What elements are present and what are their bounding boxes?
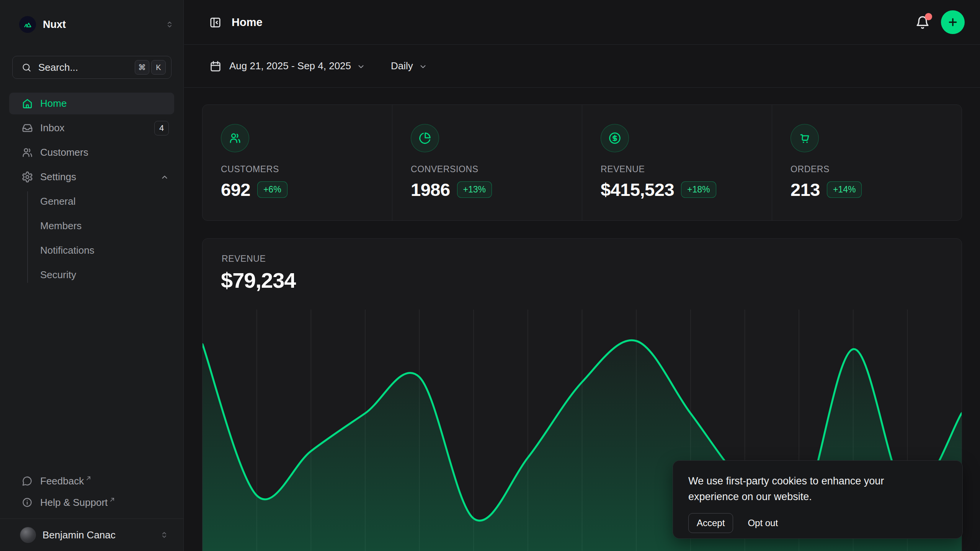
stat-conversions[interactable]: CONVERSIONS 1986 +13% xyxy=(392,105,582,220)
granularity-label: Daily xyxy=(391,60,413,72)
sidebar-item-security[interactable]: Security xyxy=(9,264,174,286)
feedback-label: Feedback xyxy=(40,475,84,487)
sidebar-item-inbox[interactable]: Inbox 4 xyxy=(9,117,174,139)
sidebar-item-label: Security xyxy=(40,269,76,281)
search-placeholder: Search... xyxy=(38,62,133,73)
workspace-switcher[interactable]: Nuxt xyxy=(12,11,174,38)
external-link-icon xyxy=(85,475,91,481)
sidebar-item-general[interactable]: General xyxy=(9,191,174,212)
notifications-button[interactable] xyxy=(915,15,930,30)
sidebar-item-label: Home xyxy=(40,98,169,109)
info-circle-icon xyxy=(21,497,33,508)
stat-label: ORDERS xyxy=(791,164,962,174)
help-support-link[interactable]: Help & Support xyxy=(9,492,174,513)
stat-delta-badge: +18% xyxy=(681,181,716,198)
pie-chart-icon xyxy=(411,124,439,152)
settings-children: General Members Notifications Security xyxy=(9,191,174,286)
sidebar-item-label: General xyxy=(40,196,76,207)
stat-value: 1986 xyxy=(411,179,450,200)
stat-label: CONVERSIONS xyxy=(411,164,582,174)
stat-value: 692 xyxy=(221,179,250,200)
date-range-picker[interactable]: Aug 21, 2025 - Sep 4, 2025 xyxy=(209,60,366,73)
filter-toolbar: Aug 21, 2025 - Sep 4, 2025 Daily xyxy=(184,45,980,88)
stat-value: 213 xyxy=(791,179,820,200)
revenue-card-label: REVENUE xyxy=(222,254,266,264)
calendar-icon xyxy=(209,60,222,73)
page-header: Home xyxy=(184,0,980,45)
sidebar-item-label: Inbox xyxy=(40,122,154,134)
help-support-label: Help & Support xyxy=(40,497,108,509)
sidebar-item-home[interactable]: Home xyxy=(9,93,174,114)
feedback-link[interactable]: Feedback xyxy=(9,470,174,492)
sidebar: Nuxt Search... ⌘ K Home xyxy=(0,0,184,551)
accept-cookies-button[interactable]: Accept xyxy=(688,513,733,533)
sidebar-item-label: Customers xyxy=(40,147,169,158)
stat-delta-badge: +14% xyxy=(827,181,862,198)
kbd-command: ⌘ xyxy=(135,60,149,75)
home-icon xyxy=(21,98,33,109)
revenue-total: $79,234 xyxy=(221,268,296,293)
user-name: Benjamin Canac xyxy=(42,529,160,541)
optout-cookies-button[interactable]: Opt out xyxy=(748,518,778,528)
stat-value: $415,523 xyxy=(601,179,674,200)
sidebar-item-label: Members xyxy=(40,220,82,232)
sidebar-nav: Home Inbox 4 Customers xyxy=(9,93,174,289)
indent-guide xyxy=(27,191,28,283)
user-menu[interactable]: Benjamin Canac xyxy=(9,519,174,551)
inbox-unread-badge: 4 xyxy=(154,121,169,135)
chevron-up-icon xyxy=(160,173,169,181)
workspace-name: Nuxt xyxy=(43,19,165,31)
page-title: Home xyxy=(232,16,915,29)
kbd-k: K xyxy=(151,60,166,75)
users-icon xyxy=(21,147,33,158)
avatar xyxy=(20,527,36,543)
cart-icon xyxy=(791,124,819,152)
users-circle-icon xyxy=(221,124,249,152)
sidebar-item-notifications[interactable]: Notifications xyxy=(9,240,174,261)
date-range-label: Aug 21, 2025 - Sep 4, 2025 xyxy=(229,60,351,72)
cookie-message: We use first-party cookies to enhance yo… xyxy=(688,473,926,505)
collapse-sidebar-icon[interactable] xyxy=(209,16,222,29)
external-link-icon xyxy=(109,497,115,503)
inbox-icon xyxy=(21,122,33,134)
nuxt-logo-icon xyxy=(19,16,36,33)
dashboard-app: { "app": { "accent_color": "#00dc82", "b… xyxy=(0,0,980,551)
stats-summary-card: CUSTOMERS 692 +6% CONVERSIONS 1986 +13% xyxy=(202,104,962,221)
stat-revenue[interactable]: REVENUE $415,523 +18% xyxy=(582,105,772,220)
stat-orders[interactable]: ORDERS 213 +14% xyxy=(772,105,962,220)
chevron-down-icon xyxy=(356,62,366,71)
chevrons-up-down-icon xyxy=(160,530,169,540)
search-input[interactable]: Search... ⌘ K xyxy=(12,56,172,79)
stat-label: REVENUE xyxy=(601,164,772,174)
chevron-down-icon xyxy=(418,62,428,71)
plus-icon xyxy=(947,16,959,28)
sidebar-item-label: Settings xyxy=(40,171,160,183)
stat-customers[interactable]: CUSTOMERS 692 +6% xyxy=(203,105,392,220)
chevrons-up-down-icon[interactable] xyxy=(165,20,174,29)
stat-delta-badge: +13% xyxy=(457,181,492,198)
cookie-banner: We use first-party cookies to enhance yo… xyxy=(673,460,963,539)
sidebar-footer: Feedback Help & Support Ben xyxy=(9,470,174,551)
dollar-circle-icon xyxy=(601,124,629,152)
add-button[interactable] xyxy=(941,10,965,34)
stat-label: CUSTOMERS xyxy=(221,164,392,174)
sidebar-item-settings[interactable]: Settings xyxy=(9,166,174,188)
search-icon xyxy=(21,62,32,73)
sidebar-item-customers[interactable]: Customers xyxy=(9,142,174,163)
notification-dot xyxy=(925,13,932,20)
gear-icon xyxy=(21,171,33,183)
sidebar-item-label: Notifications xyxy=(40,245,95,256)
sidebar-item-members[interactable]: Members xyxy=(9,215,174,237)
granularity-select[interactable]: Daily xyxy=(366,60,428,72)
stat-delta-badge: +6% xyxy=(257,181,287,198)
chat-bubble-icon xyxy=(21,476,33,486)
